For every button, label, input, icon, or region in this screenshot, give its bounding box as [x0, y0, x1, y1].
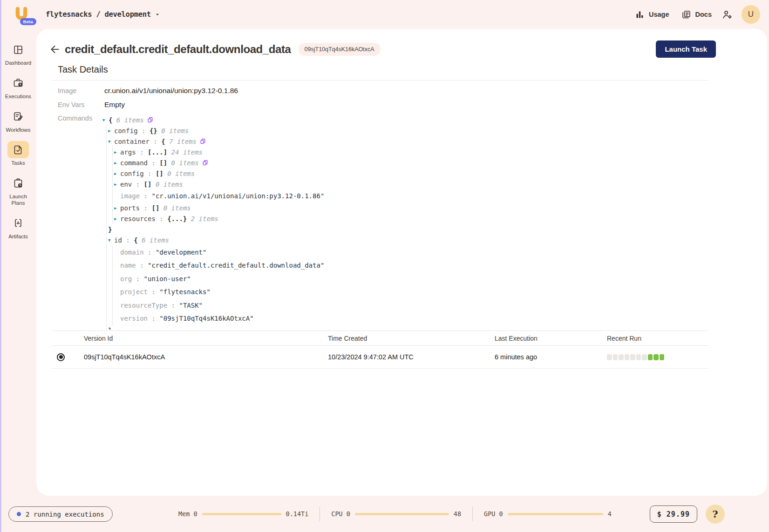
json-item-count: 0 items	[167, 159, 198, 167]
avatar-letter: U	[748, 10, 754, 19]
json-punctuation: []	[159, 159, 167, 167]
recent-run-indicator[interactable]	[607, 354, 709, 360]
json-key: container	[114, 138, 150, 145]
versions-table: Version Id Time Created Last Execution R…	[51, 330, 709, 369]
column-header: Version Id	[84, 335, 328, 342]
gauge-end-value: 48	[454, 510, 461, 518]
json-key: ports	[120, 204, 140, 212]
copy-icon[interactable]	[200, 138, 206, 144]
json-tree-line: ▶resources : {...} 2 items	[102, 214, 709, 224]
topbar: Beta flytesnacks / development Usage Doc…	[0, 0, 769, 29]
run-empty-cell[interactable]	[642, 354, 647, 360]
expand-icon[interactable]: ▶	[114, 161, 120, 165]
detail-value: Empty	[104, 101, 125, 109]
sidebar-item-workflows[interactable]: Workflows	[1, 108, 35, 134]
json-key: org	[120, 275, 132, 283]
detail-label: Image	[58, 87, 104, 94]
json-colon: :	[148, 159, 159, 167]
json-tree-line: org : "union-user"	[102, 272, 709, 286]
run-success-cell[interactable]	[653, 354, 659, 360]
json-tree-line: ▶config : {} 0 items	[102, 125, 709, 136]
collapse-icon[interactable]: ▼	[102, 118, 109, 122]
sidebar-item-artifacts[interactable]: Artifacts	[1, 215, 35, 240]
json-colon: :	[140, 192, 151, 200]
usage-button[interactable]: Usage	[635, 10, 669, 20]
union-logo[interactable]: Beta	[12, 5, 31, 24]
indent-guide	[112, 246, 113, 325]
json-tree-line: domain : "development"	[102, 246, 709, 259]
table-row[interactable]: 09sjT10qTq4sK16kAOtxcA 10/23/2024 9:47:0…	[51, 346, 709, 369]
json-key: name	[120, 262, 136, 269]
json-item-count: 0 items	[159, 204, 191, 212]
copy-icon[interactable]	[147, 117, 153, 123]
run-empty-cell[interactable]	[619, 354, 624, 360]
task-details-section: Task Details Image cr.union.ai/v1/uniona…	[51, 64, 709, 330]
json-tree-line: name : "credit_default.credit_default.do…	[102, 259, 709, 272]
last-execution-cell: 6 minutes ago	[495, 353, 607, 361]
gauge-end-value: 0.14Ti	[286, 510, 309, 518]
json-punctuation: []	[151, 204, 159, 212]
json-tree-line: ▶env : [] 0 items	[102, 179, 709, 189]
resource-gauges: Mem00.14TiCPU048GPU04	[178, 506, 612, 521]
detail-value: cr.union.ai/v1/unionai/union:py3.12-0.1.…	[104, 87, 238, 95]
json-item-count: 0 items	[151, 181, 183, 188]
expand-icon[interactable]: ▶	[114, 216, 120, 221]
main-panel: credit_default.credit_default.download_d…	[36, 29, 767, 496]
copy-icon[interactable]	[202, 160, 208, 166]
sidebar-item-tasks[interactable]: Tasks	[1, 141, 35, 167]
running-executions-pill[interactable]: 2 running executions	[8, 506, 113, 522]
run-empty-cell[interactable]	[607, 354, 612, 360]
json-punctuation: {...}	[167, 215, 187, 222]
gauge-divider	[320, 506, 320, 521]
json-colon: :	[132, 181, 143, 188]
json-punctuation: }	[108, 327, 112, 330]
json-punctuation: []	[156, 170, 163, 177]
project-domain-selector[interactable]: flytesnacks / development	[46, 10, 161, 19]
expand-icon[interactable]: ▶	[114, 171, 120, 176]
json-key: domain	[120, 249, 144, 256]
json-tree-line: ▶config : [] 0 items	[102, 168, 709, 179]
gauge-start-value: 0	[347, 510, 350, 518]
expand-icon[interactable]: ▶	[114, 150, 120, 155]
run-empty-cell[interactable]	[613, 354, 618, 360]
json-punctuation: {	[134, 236, 137, 244]
expand-icon[interactable]: ▶	[108, 128, 114, 133]
run-success-cell[interactable]	[648, 354, 653, 360]
sidebar-item-label: Dashboard	[5, 60, 31, 67]
expand-icon[interactable]: ▶	[114, 182, 120, 187]
run-success-cell[interactable]	[660, 354, 665, 360]
json-tree-line: ▶command : [] 0 items	[102, 157, 709, 168]
json-colon: :	[156, 215, 167, 222]
json-tree-line: image : "cr.union.ai/v1/unionai/union:py…	[102, 189, 709, 203]
user-settings-button[interactable]	[722, 9, 733, 20]
sidebar-item-label: Workflows	[6, 127, 31, 134]
sidebar-item-launch-plans[interactable]: Launch Plans	[1, 175, 35, 207]
json-item-count: 0 items	[163, 170, 195, 177]
run-empty-cell[interactable]	[625, 354, 630, 360]
collapse-icon[interactable]: ▼	[108, 238, 114, 242]
workflows-icon	[7, 108, 29, 125]
help-button[interactable]: ?	[706, 505, 725, 524]
back-button[interactable]	[49, 43, 61, 55]
json-punctuation: }	[108, 226, 112, 233]
run-empty-cell[interactable]	[636, 354, 641, 360]
json-value: "union-user"	[144, 275, 191, 283]
cost-button[interactable]: $ 29.99	[650, 505, 697, 523]
run-empty-cell[interactable]	[630, 354, 635, 360]
docs-button[interactable]: Docs	[681, 10, 712, 20]
expand-icon[interactable]: ▶	[114, 206, 120, 210]
collapse-icon[interactable]: ▼	[108, 139, 114, 144]
launch-task-button[interactable]: Launch Task	[656, 40, 716, 58]
status-bar: 2 running executions Mem00.14TiCPU048GPU…	[0, 496, 769, 532]
json-value: "TASK"	[179, 302, 203, 309]
sidebar-item-executions[interactable]: Executions	[1, 74, 35, 100]
avatar[interactable]: U	[742, 5, 760, 24]
sidebar-item-dashboard[interactable]: Dashboard	[1, 41, 35, 67]
page-title: credit_default.credit_default.download_d…	[65, 43, 291, 56]
version-radio-selected[interactable]	[57, 353, 65, 361]
json-item-count: 2 items	[187, 215, 218, 222]
json-key: image	[120, 192, 140, 200]
json-item-count: 6 items	[112, 116, 143, 124]
json-key: env	[120, 181, 132, 188]
json-colon: :	[150, 138, 161, 145]
